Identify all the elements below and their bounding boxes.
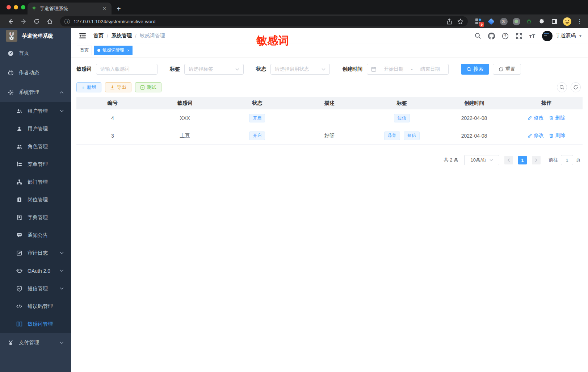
cell-id: 3 — [76, 133, 149, 139]
help-icon[interactable]: ? — [502, 33, 509, 39]
extension-record-icon[interactable] — [512, 17, 520, 25]
sidebar-item-role[interactable]: 角色管理 — [0, 138, 71, 155]
sidebar-item-user[interactable]: 用户管理 — [0, 120, 71, 138]
test-button[interactable]: 测试 — [135, 82, 161, 92]
sidebar-item-post[interactable]: 岗位管理 — [0, 191, 71, 209]
reload-button[interactable] — [31, 16, 42, 27]
traffic-lights[interactable] — [7, 5, 25, 9]
tag-select[interactable]: 请选择标签 — [184, 64, 244, 75]
minimize-window-button[interactable] — [14, 5, 18, 9]
sidebar-item-errorcode[interactable]: 错误码管理 — [0, 297, 71, 315]
sidebar-item-notice[interactable]: 通知公告 — [0, 226, 71, 244]
route-tab[interactable]: 敏感词管理× — [94, 46, 133, 55]
extensions-puzzle-icon[interactable] — [538, 17, 546, 25]
open-book-icon — [16, 321, 22, 327]
search-icon[interactable] — [475, 33, 481, 39]
page-number-button[interactable]: 1 — [518, 156, 527, 164]
date-range-picker[interactable]: 开始日期 - 结束日期 — [367, 64, 449, 75]
extension-star-icon[interactable]: ✩ — [525, 17, 533, 25]
app-title: 芋道管理系统 — [22, 33, 53, 39]
sidebar-item-label: 租户管理 — [28, 108, 60, 114]
app-logo-rabbit: 🐰 — [6, 30, 17, 42]
fullscreen-icon[interactable] — [516, 33, 522, 39]
new-tab-button[interactable]: + — [117, 5, 121, 12]
edit-pen-icon — [528, 133, 532, 138]
tab-close-icon[interactable]: × — [127, 48, 129, 53]
delete-link[interactable]: 删除 — [549, 132, 565, 139]
goto-page-input[interactable] — [561, 155, 573, 165]
url-text: 127.0.0.1:1024/system/sensitive-word — [74, 19, 443, 24]
sidebar-panel-icon[interactable] — [550, 17, 558, 25]
add-button[interactable]: +新增 — [76, 82, 101, 92]
sidebar-item-menu-tree[interactable]: 菜单管理 — [0, 155, 71, 173]
chevron-down-icon — [235, 68, 239, 71]
breadcrumb-item[interactable]: 首页 — [93, 33, 104, 39]
sidebar-item-label: 敏感词管理 — [28, 321, 64, 327]
cell-created: 2022-04-08 — [438, 115, 511, 121]
sidebar-item-oauth[interactable]: OAuth 2.0 — [0, 262, 71, 280]
font-size-icon[interactable]: тT — [529, 33, 536, 39]
share-icon[interactable] — [446, 18, 452, 25]
page-size-select[interactable]: 10条/页 — [464, 155, 499, 165]
sidebar-item-audit[interactable]: 审计日志 — [0, 244, 71, 262]
reset-button[interactable]: 重置 — [493, 64, 521, 75]
export-button[interactable]: 导出 — [105, 82, 131, 92]
keyword-input[interactable]: 请输入敏感词 — [96, 64, 158, 75]
show-search-toggle-button[interactable] — [557, 82, 567, 92]
user-avatar — [542, 31, 553, 41]
sidebar-item-pay[interactable]: 支付管理 — [0, 333, 71, 352]
browser-menu-icon[interactable]: ⋮ — [576, 17, 584, 25]
cell-word: XXX — [149, 115, 221, 121]
status-select[interactable]: 请选择启用状态 — [270, 64, 330, 75]
extension-gem-icon[interactable] — [487, 17, 495, 25]
hamburger-icon[interactable] — [79, 33, 86, 39]
page-unit-label: 页 — [576, 157, 581, 163]
extension-grid-icon[interactable]: 9 — [474, 17, 482, 25]
edit-link[interactable]: 修改 — [528, 115, 544, 121]
audit-icon — [16, 250, 22, 256]
sidebar-item-tenant[interactable]: 租户管理 — [0, 102, 71, 120]
zoom-window-button[interactable] — [21, 5, 25, 9]
sidebar-item-open-book[interactable]: 敏感词管理 — [0, 315, 71, 333]
forward-button[interactable] — [18, 16, 29, 27]
extension-command-icon[interactable]: ⌘ — [500, 17, 508, 25]
tenant-icon — [16, 108, 22, 114]
site-info-icon[interactable]: i — [64, 19, 70, 24]
browser-tab[interactable]: 芋道管理系统 ✕ — [28, 3, 112, 14]
notice-icon — [16, 232, 22, 238]
sidebar-item-gear[interactable]: 系统管理 — [0, 83, 71, 102]
bookmark-star-icon[interactable] — [457, 18, 463, 25]
sidebar-item-org[interactable]: 部门管理 — [0, 173, 71, 191]
sidebar-item-dict[interactable]: 字典管理 — [0, 209, 71, 226]
sms-icon — [16, 285, 22, 292]
chevron-down-icon — [322, 68, 326, 71]
route-tab[interactable]: 首页 — [77, 46, 92, 55]
table-header-cell: 操作 — [510, 100, 583, 106]
tab-close-icon[interactable]: ✕ — [101, 6, 108, 11]
sidebar-item-author[interactable]: 作者动态 — [0, 63, 71, 83]
github-icon[interactable] — [488, 33, 495, 39]
home-button[interactable] — [44, 16, 55, 27]
app-logo-row[interactable]: 🐰 芋道管理系统 — [0, 28, 71, 43]
pay-icon — [7, 340, 14, 346]
sidebar-item-sms[interactable]: 短信管理 — [0, 280, 71, 297]
close-window-button[interactable] — [7, 5, 11, 9]
user-menu[interactable]: 芋道源码 ▼ — [542, 31, 582, 41]
breadcrumb-item[interactable]: 系统管理 — [112, 33, 132, 39]
cell-tags: 蔬菜短信 — [366, 131, 438, 140]
edit-link[interactable]: 修改 — [528, 132, 544, 139]
profile-avatar[interactable] — [563, 17, 571, 25]
status-badge: 开启 — [249, 114, 265, 122]
delete-link[interactable]: 删除 — [549, 115, 565, 121]
refresh-table-button[interactable] — [571, 82, 581, 92]
prev-page-button[interactable] — [504, 156, 513, 164]
search-button[interactable]: 搜索 — [461, 64, 489, 75]
url-bar[interactable]: i 127.0.0.1:1024/system/sensitive-word — [60, 16, 468, 26]
back-button[interactable] — [5, 16, 16, 27]
org-icon — [16, 179, 22, 185]
dict-icon — [16, 214, 22, 221]
sidebar-item-dashboard[interactable]: 首页 — [0, 43, 71, 63]
route-tab-label: 敏感词管理 — [102, 47, 124, 53]
filter-form: 敏感词 请输入敏感词 标签 请选择标签 状态 请选择启用状态 创建时间 开始日期 — [76, 64, 583, 75]
next-page-button[interactable] — [532, 156, 541, 164]
